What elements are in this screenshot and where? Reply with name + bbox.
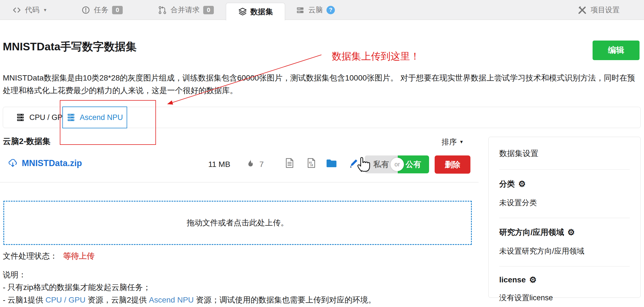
cloud-download-icon[interactable]	[7, 158, 18, 168]
tab-datasets-label: 数据集	[250, 7, 273, 17]
hot-fire-icon	[245, 158, 255, 168]
hot-count: 7	[259, 160, 264, 169]
server-icon	[296, 6, 305, 15]
research-field-value: 未设置研究方向/应用领域	[499, 246, 630, 256]
privacy-or-divider: or	[390, 158, 404, 171]
tab-cpu-gpu[interactable]: CPU / GPU	[16, 113, 68, 122]
nav-item-issues[interactable]: 任务 0	[81, 0, 123, 20]
nav-item-project-settings[interactable]: 项目设置	[577, 0, 620, 20]
edit-pencil-icon[interactable]	[348, 157, 359, 169]
list-divider	[0, 182, 479, 183]
category-value: 未设置分类	[499, 198, 630, 208]
chevron-down-icon: ▼	[459, 140, 464, 145]
file-status-value: 等待上传	[63, 252, 94, 260]
issues-count-badge: 0	[112, 6, 123, 14]
folder-icon[interactable]	[326, 158, 337, 168]
dropzone-text: 拖动文件或者点击此处上传。	[187, 218, 288, 228]
file-link-mnistdata-zip[interactable]: MNISTData.zip	[22, 158, 82, 168]
dataset-layers-icon	[238, 7, 247, 16]
nav-pulls-label: 合并请求	[171, 5, 200, 15]
license-value: 没有设置license	[499, 293, 630, 303]
privacy-toggle[interactable]: 私有 公有 or	[365, 155, 429, 173]
sort-dropdown[interactable]: 排序 ▼	[442, 137, 464, 147]
tools-icon	[577, 5, 587, 15]
research-field-label: 研究方向/应用领域	[499, 227, 564, 238]
nav-item-cloudbrain[interactable]: 云脑 ?	[296, 0, 335, 20]
sidebar-divider	[499, 266, 630, 266]
environment-tabs: CPU / GPU Ascend NPU	[3, 107, 641, 128]
research-field-label-row: 研究方向/应用领域 ⚙	[499, 227, 630, 238]
delete-button[interactable]: 删除	[435, 155, 470, 174]
edit-button[interactable]: 编辑	[593, 41, 640, 60]
file-size: 11 MB	[208, 160, 230, 169]
pulls-count-badge: 0	[203, 6, 214, 14]
notes-line-1: - 只有zip格式的数据集才能发起云脑任务；	[3, 281, 376, 294]
nav-code-label: 代码	[25, 5, 39, 15]
help-icon[interactable]: ?	[326, 6, 335, 14]
ascend-npu-link[interactable]: Ascend NPU	[149, 296, 194, 304]
file-status-label: 文件处理状态：	[3, 252, 58, 260]
gear-icon[interactable]: ⚙	[529, 276, 537, 284]
notes-block: 说明： - 只有zip格式的数据集才能发起云脑任务； - 云脑1提供 CPU /…	[3, 268, 376, 306]
category-label: 分类	[499, 179, 515, 189]
notes-line2-mid: 资源，云脑2提供	[86, 296, 149, 304]
license-label: license	[499, 275, 526, 284]
sort-label: 排序	[442, 137, 457, 147]
file-status-line: 文件处理状态：等待上传	[3, 251, 94, 261]
binary-file-icon[interactable]: 01 10	[306, 158, 316, 168]
npu-rack-icon	[16, 113, 25, 122]
upload-dropzone[interactable]: 拖动文件或者点击此处上传。	[3, 201, 472, 245]
sidebar-title: 数据集设置	[499, 148, 630, 159]
sidebar-divider	[499, 218, 630, 218]
dataset-settings-panel: 数据集设置 分类 ⚙ 未设置分类 研究方向/应用领域 ⚙ 未设置研究方向/应用领…	[488, 137, 641, 298]
issue-icon	[81, 6, 90, 15]
tab-ascend-npu-label: Ascend NPU	[80, 113, 123, 122]
gear-icon[interactable]: ⚙	[518, 180, 526, 188]
npu-rack-icon	[67, 113, 75, 122]
code-icon	[12, 6, 21, 15]
page-title: MNISTData手写数字数据集	[3, 39, 137, 54]
tab-datasets-active[interactable]: 数据集	[226, 3, 285, 20]
chevron-down-icon: ▼	[43, 8, 47, 12]
nav-item-pull-requests[interactable]: 合并请求 0	[158, 0, 214, 20]
notes-line-2: - 云脑1提供 CPU / GPU 资源，云脑2提供 Ascend NPU 资源…	[3, 294, 376, 306]
nav-issues-label: 任务	[94, 5, 108, 15]
gear-icon[interactable]: ⚙	[567, 228, 575, 237]
sidebar-divider	[499, 169, 630, 170]
nav-item-code[interactable]: 代码 ▼	[12, 0, 47, 20]
license-label-row: license ⚙	[499, 275, 630, 284]
notes-line2-prefix: - 云脑1提供	[3, 296, 45, 304]
top-nav: 代码 ▼ 任务 0 合并请求 0 云脑	[0, 0, 644, 20]
annotation-note: 数据集上传到这里！	[332, 50, 420, 63]
notes-heading: 说明：	[3, 268, 376, 281]
notes-line2-suffix: 资源；调试使用的数据集也需要上传到对应的环境。	[194, 296, 376, 304]
tab-ascend-npu[interactable]: Ascend NPU	[62, 107, 127, 128]
text-file-icon[interactable]	[285, 158, 295, 168]
dataset-description: MNISTData数据集是由10类28*28的灰度图片组成，训练数据集包含600…	[3, 72, 642, 97]
pull-request-icon	[158, 6, 167, 15]
category-label-row: 分类 ⚙	[499, 179, 630, 189]
cloudbrain2-dataset-heading: 云脑2-数据集	[3, 136, 51, 147]
nav-cloudbrain-label: 云脑	[308, 5, 323, 15]
cpu-gpu-link[interactable]: CPU / GPU	[45, 296, 85, 304]
nav-settings-label: 项目设置	[591, 5, 620, 15]
svg-text:10: 10	[310, 164, 313, 167]
